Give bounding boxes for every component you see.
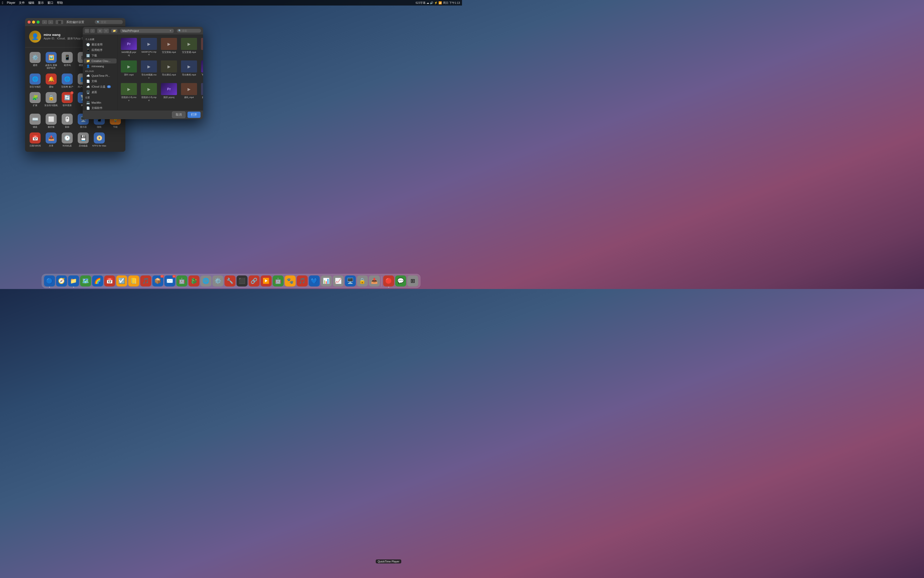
sidebar-item-minxwang[interactable]: 👤 minxwang [84,64,117,69]
dock-syspref2[interactable]: ⚙️ [212,276,223,286]
lang-icon: 🌐 [29,73,40,84]
file-item[interactable]: ▶ 婚礼视频.mp4 [200,82,203,102]
menu-window[interactable]: 窗口 [47,1,53,5]
setting-mouse[interactable]: 🖱️ 鼠标 [59,112,75,130]
search-input[interactable] [101,21,121,24]
menu-player[interactable]: Player [7,1,15,5]
dock-resize[interactable]: ⊞ [407,276,418,286]
file-item[interactable]: ▶ 愤怒的小鸟.mov [120,82,138,102]
setting-extensions[interactable]: 🧩 扩展 [27,90,43,112]
setting-sharing[interactable]: 📤 共享 [43,130,59,149]
dock-copilot[interactable]: 🤖 [272,276,283,286]
finder-path-button[interactable]: 📁 [111,29,117,32]
dock-safari[interactable]: 🧭 [56,276,67,286]
setting-dock[interactable]: 📱 程序坞 [59,50,75,71]
dock-actmon[interactable]: 📊 [320,276,332,286]
sidebar-item-文稿软件[interactable]: 📄 文稿软件 [84,106,117,110]
dock-contacts[interactable]: 📒 [128,276,139,286]
setting-lang[interactable]: 🌐 语言与地区 [27,71,43,90]
dock-photos[interactable]: 🌈 [92,276,103,286]
file-item[interactable]: ▶ 宝宝ae.mp4 [200,37,203,57]
minimize-button[interactable] [32,21,35,24]
syspref-search[interactable]: 🔍 [95,20,123,24]
file-item[interactable]: ▶ 导出4k视频.mov [140,60,158,80]
file-item[interactable]: ▶ 导出教程.mp4 [180,60,198,80]
dock-istatm[interactable]: 📈 [333,276,344,286]
dock-maps[interactable]: 🗺️ [80,276,91,286]
file-item[interactable]: ▶ 宝宝剪辑.mp4 [160,37,178,57]
dock-reminders[interactable]: ☑️ [116,276,127,286]
setting-ntfs[interactable]: 📀 NTFS for Mac [91,130,107,149]
file-item[interactable]: Pr 飞向上海.prproj [200,60,203,80]
welink-icon: 🔗 [251,278,257,284]
dock-finder[interactable]: 🔵 [44,276,55,286]
setting-datetime[interactable]: 📅 日期与时间 [27,130,43,149]
sidebar-item-应用程序[interactable]: 📱 应用程序 [84,47,117,53]
dock-youku[interactable]: ▶️ [261,276,272,286]
menu-view[interactable]: 显示 [38,1,44,5]
finder-back-button[interactable]: ‹ [85,29,89,33]
dock-clion[interactable]: 🔧 [224,276,235,286]
sidebar-item-桌面[interactable]: 🖥️ 桌面 [84,89,117,95]
sidebar-item-CreativeClou...[interactable]: 📁 Creative Clou... [84,58,117,63]
dock-quicktime[interactable]: 🔴 [383,276,394,286]
dock-music[interactable]: 🎵 [140,276,151,286]
dock-terminal[interactable]: ⬛ [236,276,248,286]
sidebar-item-下载[interactable]: ⬇️ 下载 [84,53,117,58]
back-button[interactable]: ‹ [42,20,47,24]
dock-vscode[interactable]: 💙 [309,276,320,286]
finder-search[interactable]: 🔍 [177,29,201,32]
apple-menu[interactable]:  [2,1,3,5]
menu-help[interactable]: 帮助 [57,1,63,5]
file-item[interactable]: ▶ 茶叶.mp4 [120,60,138,80]
dock-android[interactable]: 🤖 [176,276,187,286]
dock-calendar[interactable]: 📅 [104,276,115,286]
dock-wechat[interactable]: 💬 [395,276,406,286]
dock-appstore[interactable]: 📦7 [152,276,163,286]
sidebar-item-QuickTimePl...[interactable]: ☁️ QuickTime Pl... [84,73,117,78]
sidebar-item-MacMin[interactable]: 💻 MacMin [84,100,117,105]
finder-list-view-button[interactable]: ≡ [103,29,109,33]
dock-music2[interactable]: 🎵 [296,276,307,286]
dock-chrome[interactable]: 🌐 [200,276,211,286]
file-item[interactable]: ▶ 愤怒的小鸟.mp4 [140,82,158,102]
file-item[interactable]: ▶ 宝宝普通.mp4 [180,37,198,57]
dock-chrome-ext[interactable]: 🐉 [188,276,199,286]
setting-internet[interactable]: 🌐 互联网 账户 [59,71,75,90]
finder-grid-view-button[interactable]: ⊞ [97,29,103,33]
setting-startup[interactable]: 💾 启动磁盘 [75,130,91,149]
dock-welink[interactable]: 🔗 [248,276,259,286]
view-toggle-button[interactable]: ⊞ [56,20,63,24]
menu-file[interactable]: 文件 [19,1,25,5]
dock-wangwang[interactable]: 🐾 [285,276,296,286]
setting-software[interactable]: 🔄 ! 软件更新 [59,90,75,112]
setting-trackpad[interactable]: ⬜ 触控板 [43,112,59,130]
finder-search-input[interactable] [182,29,199,32]
setting-keyboard[interactable]: ⌨️ 键盘 [27,112,43,130]
sidebar-item-最近使用[interactable]: 🕐 最近使用 [84,42,117,47]
setting-general[interactable]: ⚙️ 通用 [27,50,43,71]
dock-files[interactable]: 📁 [68,276,79,286]
setting-notif[interactable]: 🔔 通知 [43,71,59,90]
close-button[interactable] [28,21,31,24]
file-item[interactable]: Pr 9400f机器.prproj [120,37,138,57]
dock-resolution[interactable]: 🖥️ [345,276,356,286]
dock-dnscrypt[interactable]: 🔒 [357,276,368,286]
dock-yoink[interactable]: 📥 [369,276,380,286]
forward-button[interactable]: › [48,20,53,24]
maximize-button[interactable] [37,21,40,24]
open-button[interactable]: 打开 [188,112,201,118]
setting-security[interactable]: 🔒 安全性与隐私 [43,90,59,112]
cancel-button[interactable]: 取消 [172,111,186,118]
dock-mail[interactable]: ✉️1 [164,276,175,286]
menu-edit[interactable]: 编辑 [28,1,34,5]
setting-timelimit[interactable]: 🕐 时间机器 [59,130,75,149]
file-item[interactable]: ▶ 导出测试.mp4 [160,60,178,80]
sidebar-item-iCloud云盘[interactable]: ☁️ iCloud 云盘 ⊙ [84,84,117,89]
sidebar-item-文稿[interactable]: 📄 文稿 [84,78,117,84]
file-item[interactable]: ▶ 9400FCPU.mp4 [140,37,158,57]
setting-desktop[interactable]: 🖼️ 桌面与 屏幕保护程序 [43,50,59,71]
file-item[interactable]: Pr 国庆.prproj [160,82,178,102]
finder-forward-button[interactable]: › [90,29,95,33]
file-item[interactable]: ▶ 婚礼.mp4 [180,82,198,102]
